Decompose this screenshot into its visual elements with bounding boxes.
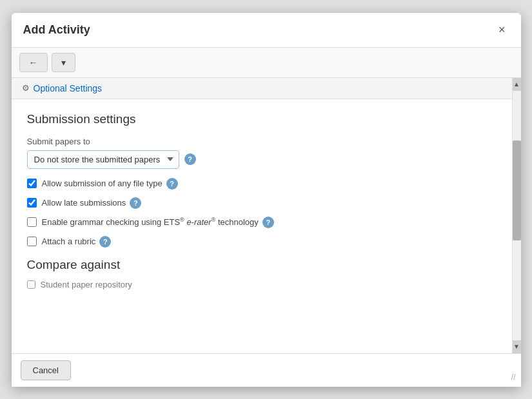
scrollbar-thumb-area (513, 91, 521, 340)
submit-papers-group: Submit papers to Do not store the submit… (27, 137, 497, 169)
rubric-checkbox[interactable] (27, 237, 37, 246)
down-button[interactable]: ▾ (52, 53, 75, 72)
modal-toolbar: ← ▾ (12, 48, 521, 78)
submit-papers-select[interactable]: Do not store the submitted papers Standa… (27, 150, 179, 169)
checkbox-grammar: Enable grammar checking using ETS® e-rat… (27, 217, 497, 228)
cancel-button[interactable]: Cancel (21, 360, 71, 380)
submit-papers-help-icon[interactable]: ? (184, 153, 196, 165)
checkbox-any-file: Allow submission of any file type ? (27, 178, 497, 190)
allow-late-checkbox[interactable] (27, 198, 37, 208)
gear-icon: ⚙ (22, 83, 30, 93)
scrollbar-track: ▲ ▼ (512, 78, 521, 353)
grammar-label: Enable grammar checking using ETS® e-rat… (42, 217, 274, 228)
compare-against-title: Compare against (27, 258, 497, 272)
close-button[interactable]: × (495, 22, 509, 38)
back-button[interactable]: ← (19, 53, 48, 72)
student-paper-label: Student paper repository (41, 280, 132, 289)
optional-settings-header: ⚙ Optional Settings (12, 78, 512, 99)
submission-settings-title: Submission settings (27, 112, 497, 126)
submit-papers-label: Submit papers to (27, 137, 497, 146)
checkbox-late-submissions: Allow late submissions ? (27, 197, 497, 209)
allow-any-file-checkbox[interactable] (27, 179, 37, 188)
scrollbar-thumb[interactable] (513, 141, 521, 240)
rubric-help-icon[interactable]: ? (99, 236, 111, 248)
modal-header: Add Activity × (12, 13, 521, 48)
student-paper-checkbox[interactable] (27, 280, 35, 289)
student-paper-repository-item: Student paper repository (27, 280, 497, 289)
optional-settings-label: Optional Settings (34, 83, 103, 93)
content-area: ⚙ Optional Settings Submission settings … (12, 78, 512, 353)
allow-late-label: Allow late submissions ? (42, 197, 142, 209)
modal-title: Add Activity (23, 23, 90, 37)
any-file-help-icon[interactable]: ? (166, 178, 178, 190)
rubric-label: Attach a rubric ? (42, 236, 112, 248)
submission-settings-section: Submission settings Submit papers to Do … (12, 99, 512, 302)
add-activity-modal: Add Activity × ← ▾ ⚙ Optional Settings S… (12, 13, 521, 387)
grammar-checkbox[interactable] (27, 217, 37, 227)
select-wrapper: Do not store the submitted papers Standa… (27, 150, 497, 169)
resize-handle: // (511, 373, 516, 382)
late-help-icon[interactable]: ? (130, 197, 141, 209)
modal-overlay: Add Activity × ← ▾ ⚙ Optional Settings S… (0, 0, 532, 399)
checkbox-rubric: Attach a rubric ? (27, 236, 497, 248)
scrollbar-down-button[interactable]: ▼ (513, 340, 521, 353)
checkbox-group: Allow submission of any file type ? Allo… (27, 178, 497, 248)
grammar-help-icon[interactable]: ? (262, 217, 274, 228)
modal-body: ⚙ Optional Settings Submission settings … (12, 78, 521, 353)
scrollbar-up-button[interactable]: ▲ (513, 78, 521, 91)
allow-any-file-label: Allow submission of any file type ? (42, 178, 178, 190)
modal-footer: Cancel // (12, 353, 521, 387)
